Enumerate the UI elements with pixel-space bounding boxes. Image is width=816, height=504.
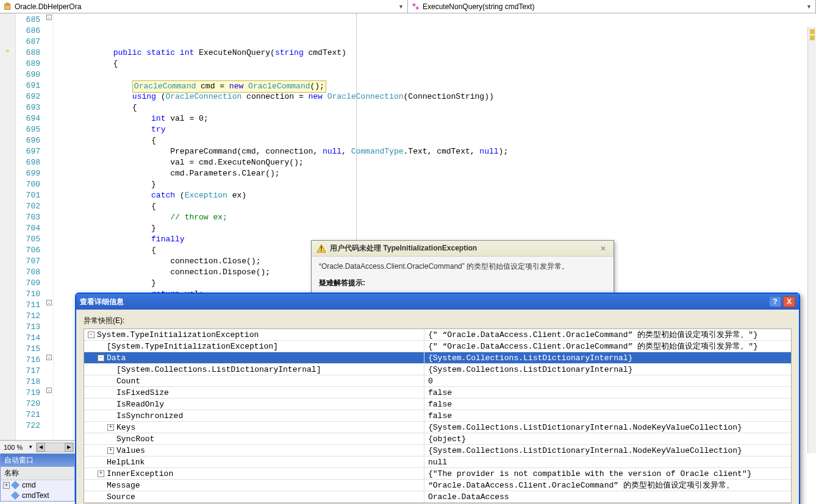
class-icon <box>4 2 12 11</box>
horizontal-scrollbar[interactable]: ◀ ▶ <box>36 442 74 452</box>
variable-icon <box>11 481 20 489</box>
tree-expander[interactable]: + <box>107 424 114 431</box>
line-number: 719 <box>16 388 40 399</box>
tree-row[interactable]: -System.TypeInitializationException{" “O… <box>84 329 791 341</box>
scroll-right-button[interactable]: ▶ <box>65 443 73 452</box>
fold-toggle[interactable]: - <box>46 15 52 20</box>
tree-expander[interactable]: - <box>88 332 95 338</box>
tree-node-name: Count <box>116 377 140 386</box>
line-number: 702 <box>16 201 40 212</box>
warning-icon: ! <box>317 244 326 254</box>
code-line[interactable]: } <box>54 223 816 234</box>
tree-node-value: {" “Oracle.DataAccess.Client.OracleComma… <box>424 341 791 352</box>
zoom-dropdown-arrow[interactable]: ▼ <box>26 444 35 450</box>
code-line[interactable]: PrepareCommand(cmd, connection, null, Co… <box>54 146 816 157</box>
code-line[interactable]: OracleCommand cmd = new OracleCommand(); <box>54 80 816 91</box>
overview-ruler <box>807 27 816 453</box>
tree-row[interactable]: IsFixedSizefalse <box>84 387 791 399</box>
code-line[interactable]: int val = 0; <box>54 113 816 124</box>
tree-node-value: {"The provider is not compatible with th… <box>424 469 791 478</box>
tree-row[interactable]: +Keys{System.Collections.ListDictionaryI… <box>84 422 791 433</box>
tree-node-value: false <box>424 400 791 409</box>
tree-row[interactable]: [System.Collections.ListDictionaryIntern… <box>84 364 791 375</box>
autos-panel-title: 自动窗口 <box>1 454 74 467</box>
line-number: 708 <box>16 267 40 278</box>
line-number: 697 <box>16 146 40 157</box>
tree-expander[interactable]: + <box>3 482 10 489</box>
line-number: 709 <box>16 278 40 289</box>
line-number: 696 <box>16 135 40 146</box>
code-line[interactable]: { <box>54 102 816 113</box>
code-line[interactable]: { <box>54 135 816 146</box>
autos-row[interactable]: cmdText <box>1 491 74 501</box>
tree-expander[interactable]: + <box>107 447 114 454</box>
class-dropdown[interactable]: Oracle.DbHelperOra ▼ <box>0 0 408 13</box>
tree-row[interactable]: SourceOracle.DataAccess <box>84 491 791 503</box>
code-line[interactable]: cmd.Parameters.Clear(); <box>54 168 816 179</box>
fold-toggle[interactable]: - <box>46 355 52 360</box>
scroll-left-button[interactable]: ◀ <box>37 443 45 452</box>
tree-row[interactable]: IsSynchronizedfalse <box>84 410 791 422</box>
code-line[interactable]: } <box>54 179 816 190</box>
code-line[interactable]: { <box>54 59 816 69</box>
code-line[interactable] <box>54 69 816 80</box>
tree-node-name: SyncRoot <box>116 435 154 444</box>
tree-row[interactable]: +Values{System.Collections.ListDictionar… <box>84 445 791 456</box>
line-number: 716 <box>16 355 40 366</box>
line-number: 695 <box>16 124 40 135</box>
dialog-titlebar[interactable]: 查看详细信息 ? X <box>76 294 799 310</box>
line-number: 694 <box>16 113 40 124</box>
svg-text:!: ! <box>320 246 322 252</box>
line-number: 706 <box>16 245 40 256</box>
line-number: 700 <box>16 179 40 190</box>
line-number: 722 <box>16 421 40 431</box>
line-number: 691 <box>16 80 40 91</box>
dialog-title: 查看详细信息 <box>80 297 767 307</box>
tree-row[interactable]: [System.TypeInitializationException]{" “… <box>84 341 791 352</box>
method-dropdown-label: ExecuteNonQuery(string cmdText) <box>423 2 534 11</box>
change-marker <box>810 35 815 40</box>
code-line[interactable]: val = cmd.ExecuteNonQuery(); <box>54 157 816 168</box>
tree-node-name: Values <box>116 446 145 455</box>
close-button[interactable]: X <box>783 296 795 307</box>
code-line[interactable]: { <box>54 201 816 212</box>
exception-popup-header: ! 用户代码未处理 TypeInitializationException ✕ <box>312 241 614 257</box>
help-button[interactable]: ? <box>769 296 781 307</box>
exception-tree-grid[interactable]: -System.TypeInitializationException{" “O… <box>84 328 792 503</box>
code-line[interactable]: using (OracleConnection connection = new… <box>54 91 816 102</box>
tree-row[interactable]: HelpLinknull <box>84 456 791 468</box>
line-number: 713 <box>16 322 40 333</box>
variable-name: cmdText <box>22 491 49 500</box>
dialog-body: 异常快照(E): -System.TypeInitializationExcep… <box>76 310 799 504</box>
tree-expander[interactable]: - <box>98 355 104 361</box>
zoom-value: 100 % <box>0 444 26 451</box>
line-number: 685 <box>16 15 40 26</box>
fold-toggle[interactable]: - <box>46 300 52 305</box>
method-dropdown[interactable]: ExecuteNonQuery(string cmdText) ▼ <box>408 0 816 13</box>
tree-node-name: [System.Collections.ListDictionaryIntern… <box>116 365 321 374</box>
line-number: 720 <box>16 399 40 410</box>
tree-node-name: IsFixedSize <box>116 388 169 397</box>
tree-row[interactable]: IsReadOnlyfalse <box>84 399 791 410</box>
autos-row[interactable]: +cmd <box>1 480 74 491</box>
tree-row[interactable]: SyncRoot{object} <box>84 433 791 445</box>
close-icon[interactable]: ✕ <box>598 244 609 253</box>
line-number: 711 <box>16 300 40 311</box>
tree-node-name: Data <box>107 353 126 363</box>
tree-row[interactable]: -Data{System.Collections.ListDictionaryI… <box>84 352 791 364</box>
code-line[interactable]: // throw ex; <box>54 212 816 223</box>
code-line[interactable]: catch (Exception ex) <box>54 190 816 201</box>
code-line[interactable]: try <box>54 124 816 135</box>
tree-row[interactable]: +InnerException{"The provider is not com… <box>84 468 791 480</box>
exception-message: “Oracle.DataAccess.Client.OracleCommand”… <box>319 261 606 272</box>
tree-node-name: HelpLink <box>107 458 145 467</box>
code-line[interactable]: public static int ExecuteNonQuery(string… <box>54 48 816 59</box>
tree-expander[interactable]: + <box>98 470 104 477</box>
tree-node-name: InnerException <box>107 469 173 478</box>
autos-column-name: 名称 <box>1 467 74 480</box>
tree-row[interactable]: Count0 <box>84 375 791 387</box>
troubleshooting-label: 疑难解答提示: <box>319 278 606 288</box>
tree-row[interactable]: Message“Oracle.DataAccess.Client.OracleC… <box>84 480 791 491</box>
fold-toggle[interactable]: - <box>46 388 52 393</box>
line-number: 704 <box>16 223 40 234</box>
